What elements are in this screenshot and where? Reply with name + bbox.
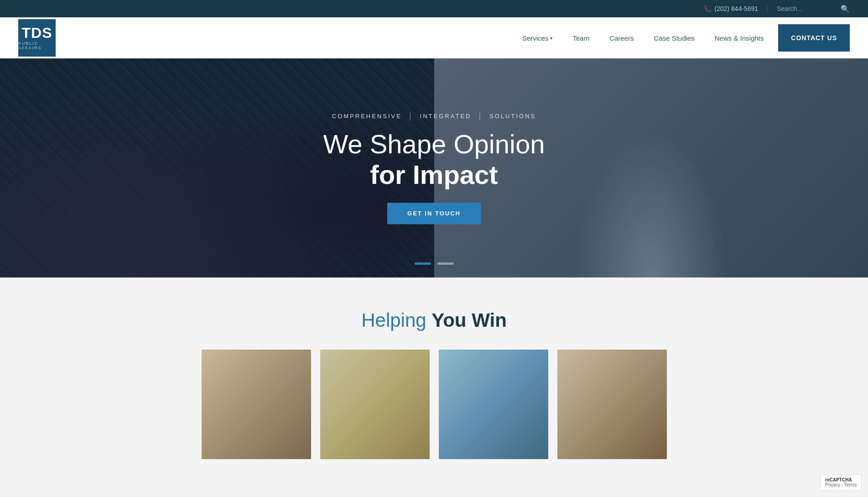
- search-button[interactable]: 🔍: [841, 5, 850, 13]
- tagline-part-1: COMPREHENSIVE: [332, 113, 402, 120]
- slide-dot-1[interactable]: [415, 262, 431, 265]
- top-bar: 📞 (202) 844-5691 🔍: [0, 0, 868, 17]
- cards-row: [18, 350, 850, 459]
- nav-link-team[interactable]: Team: [562, 17, 599, 58]
- slider-dots: [415, 262, 454, 265]
- logo-area: TDS PUBLIC AFFAIRS: [18, 19, 56, 57]
- hero-section: COMPREHENSIVE | INTEGRATED | SOLUTIONS W…: [0, 58, 868, 277]
- card-3: [439, 350, 548, 459]
- logo-subtitle: PUBLIC AFFAIRS: [18, 41, 56, 50]
- phone-icon: 📞: [704, 5, 712, 12]
- nav-item-news[interactable]: News & Insights: [705, 17, 774, 58]
- card-4: [557, 350, 667, 459]
- hero-title-regular: We Shape Opinion: [323, 129, 545, 159]
- hero-cta-button[interactable]: GET IN TOUCH: [387, 203, 481, 225]
- nav-link-news[interactable]: News & Insights: [705, 17, 774, 58]
- nav-item-contact[interactable]: CONTACT US: [774, 24, 850, 52]
- card-2: [320, 350, 430, 459]
- nav-item-careers[interactable]: Careers: [599, 17, 644, 58]
- helping-title-regular: Helping: [361, 309, 431, 331]
- nav-item-case-studies[interactable]: Case Studies: [644, 17, 705, 58]
- phone-text: (202) 844-5691: [714, 5, 758, 12]
- hero-title-bold: for Impact: [370, 160, 498, 189]
- tagline-part-2: INTEGRATED: [420, 113, 472, 120]
- separator-1: |: [409, 111, 413, 121]
- helping-title-bold: You Win: [431, 309, 506, 331]
- hero-content: COMPREHENSIVE | INTEGRATED | SOLUTIONS W…: [275, 111, 594, 224]
- contact-us-button[interactable]: CONTACT US: [778, 24, 850, 52]
- nav-link-case-studies[interactable]: Case Studies: [644, 17, 705, 58]
- nav-item-team[interactable]: Team: [562, 17, 599, 58]
- card-1: [202, 350, 311, 459]
- separator-2: |: [478, 111, 482, 121]
- phone-number: 📞 (202) 844-5691: [704, 5, 758, 12]
- logo-text: TDS: [22, 26, 52, 40]
- chevron-down-icon: ▾: [550, 36, 552, 41]
- nav-link-services[interactable]: Services ▾: [512, 17, 563, 58]
- hero-tagline: COMPREHENSIVE | INTEGRATED | SOLUTIONS: [275, 111, 594, 121]
- hero-title: We Shape Opinion for Impact: [275, 129, 594, 190]
- navbar: TDS PUBLIC AFFAIRS Services ▾ Team Caree…: [0, 17, 868, 58]
- helping-section: Helping You Win: [0, 277, 868, 459]
- nav-links: Services ▾ Team Careers Case Studies New…: [512, 17, 850, 58]
- nav-item-services[interactable]: Services ▾: [512, 17, 563, 58]
- logo-box: TDS PUBLIC AFFAIRS: [18, 19, 56, 57]
- tagline-part-3: SOLUTIONS: [489, 113, 536, 120]
- nav-link-careers[interactable]: Careers: [599, 17, 644, 58]
- helping-title: Helping You Win: [18, 309, 850, 331]
- slide-dot-2[interactable]: [437, 262, 454, 265]
- search-input[interactable]: [777, 5, 841, 12]
- search-area: 🔍: [767, 5, 850, 13]
